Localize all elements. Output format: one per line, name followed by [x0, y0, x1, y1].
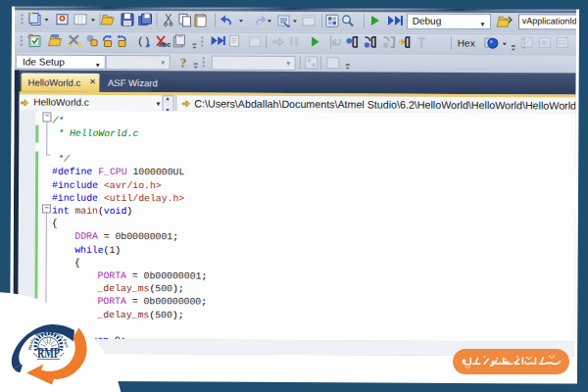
svg-text:abc: abc: [159, 41, 171, 48]
svg-text:6J: 6J: [332, 37, 342, 47]
svg-text:RMP: RMP: [37, 345, 60, 361]
svg-text:Hex: Hex: [458, 37, 475, 48]
svg-text:?: ?: [180, 55, 187, 70]
